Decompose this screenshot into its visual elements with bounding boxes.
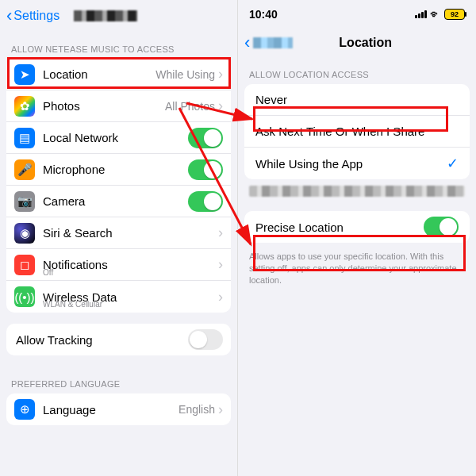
- row-language[interactable]: ⊕ Language English ›: [6, 393, 231, 425]
- row-label: Photos: [43, 99, 165, 113]
- option-label: Ask Next Time Or When I Share: [255, 125, 459, 138]
- back-chevron-icon[interactable]: ‹: [6, 6, 12, 26]
- row-label: Allow Tracking: [16, 333, 188, 347]
- battery-icon: 92: [444, 9, 465, 20]
- chevron-right-icon: ›: [218, 98, 223, 114]
- chevron-right-icon: ›: [218, 256, 223, 273]
- row-siri[interactable]: ◉ Siri & Search ›: [6, 217, 231, 249]
- row-notifications[interactable]: ◻ Notifications Off ›: [6, 249, 231, 281]
- row-value: While Using: [155, 68, 215, 81]
- row-location[interactable]: ➤ Location While Using ›: [6, 59, 231, 90]
- local-network-toggle[interactable]: [188, 128, 223, 148]
- notifications-icon: ◻: [14, 255, 35, 275]
- camera-icon: 📷: [14, 191, 35, 212]
- row-label: Microphone: [43, 163, 188, 176]
- location-settings-panel: 10:40 ᯤ 92 ‹ Location ALLOW LOCATION ACC…: [238, 0, 476, 476]
- row-precise-location[interactable]: Precise Location: [244, 211, 470, 243]
- option-ask-next-time[interactable]: Ask Next Time Or When I Share: [244, 116, 470, 148]
- row-value: All Photos: [165, 100, 215, 113]
- row-label: Siri & Search: [43, 226, 215, 240]
- section-preferred-language: PREFERRED LANGUAGE: [0, 367, 237, 393]
- explanation-obscured: [249, 186, 465, 197]
- network-icon: ▤: [14, 128, 35, 148]
- precise-location-group: Precise Location: [244, 211, 470, 243]
- settings-app-permissions-panel: ‹ Settings ALLOW NETEASE MUSIC TO ACCESS…: [0, 0, 238, 476]
- row-camera[interactable]: 📷 Camera: [6, 186, 231, 217]
- section-allow-location: ALLOW LOCATION ACCESS: [238, 57, 476, 84]
- siri-icon: ◉: [14, 223, 35, 244]
- checkmark-icon: ✓: [447, 155, 459, 172]
- right-nav-header: ‹ Location: [238, 29, 476, 57]
- option-while-using[interactable]: While Using the App ✓: [244, 148, 470, 179]
- location-icon: ➤: [14, 64, 35, 85]
- row-allow-tracking[interactable]: Allow Tracking: [6, 324, 231, 355]
- chevron-right-icon: ›: [218, 225, 223, 241]
- camera-toggle[interactable]: [188, 191, 223, 212]
- photos-icon: ✿: [14, 96, 35, 117]
- chevron-right-icon: ›: [218, 401, 223, 418]
- status-time: 10:40: [249, 8, 278, 21]
- precise-location-toggle[interactable]: [424, 217, 459, 237]
- row-sublabel: Off: [43, 268, 53, 277]
- option-label: Never: [255, 93, 459, 106]
- row-label: Language: [43, 403, 178, 416]
- row-label: Location: [43, 67, 155, 81]
- chevron-right-icon: ›: [218, 66, 223, 83]
- row-label: Precise Location: [255, 221, 424, 234]
- tracking-toggle[interactable]: [188, 329, 223, 350]
- row-wireless-data[interactable]: ((•)) Wireless Data WLAN & Cellular ›: [6, 281, 231, 313]
- row-value: English: [178, 403, 215, 416]
- page-title: Location: [293, 36, 438, 50]
- row-label: Local Network: [43, 131, 188, 144]
- language-icon: ⊕: [14, 399, 35, 420]
- row-sublabel: WLAN & Cellular: [43, 300, 102, 309]
- back-label[interactable]: Settings: [13, 9, 60, 23]
- left-nav-header: ‹ Settings: [0, 0, 237, 32]
- status-bar: 10:40 ᯤ 92: [238, 0, 476, 29]
- option-never[interactable]: Never: [244, 84, 470, 116]
- tracking-group: Allow Tracking: [6, 324, 231, 355]
- cellular-signal-icon: [415, 10, 427, 18]
- option-label: While Using the App: [255, 157, 447, 171]
- language-group: ⊕ Language English ›: [6, 393, 231, 425]
- wireless-data-icon: ((•)): [14, 286, 35, 307]
- microphone-toggle[interactable]: [188, 159, 223, 180]
- row-label: Camera: [43, 194, 188, 208]
- row-microphone[interactable]: 🎤 Microphone: [6, 154, 231, 186]
- microphone-icon: 🎤: [14, 159, 35, 180]
- wifi-icon: ᯤ: [430, 8, 441, 21]
- precise-location-description: Allows apps to use your specific locatio…: [238, 246, 476, 291]
- back-label-obscured[interactable]: [253, 37, 293, 48]
- row-label: Notifications: [43, 258, 215, 271]
- section-allow-access: ALLOW NETEASE MUSIC TO ACCESS: [0, 32, 237, 59]
- row-local-network[interactable]: ▤ Local Network: [6, 122, 231, 154]
- permissions-group: ➤ Location While Using › ✿ Photos All Ph…: [6, 59, 231, 313]
- chevron-right-icon: ›: [218, 289, 223, 305]
- location-options-group: Never Ask Next Time Or When I Share Whil…: [244, 84, 470, 179]
- app-name-obscured: [74, 10, 137, 21]
- row-photos[interactable]: ✿ Photos All Photos ›: [6, 90, 231, 122]
- back-chevron-icon[interactable]: ‹: [244, 33, 250, 53]
